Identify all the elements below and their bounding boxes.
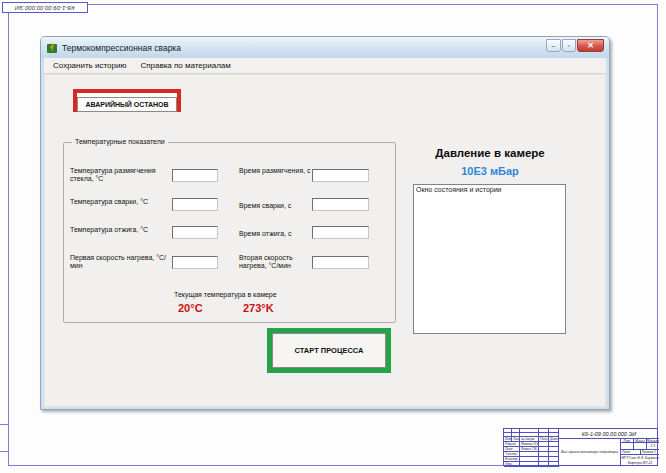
groupbox-title: Температурные показатели — [72, 138, 168, 145]
window-controls: – ▫ ✕ — [546, 39, 604, 52]
lit-value — [621, 443, 634, 449]
scale-label: Масштаб — [647, 439, 659, 442]
status-history-box[interactable]: Окно состояния и истории — [413, 184, 566, 334]
first-heating-rate-input[interactable] — [172, 256, 218, 269]
organization-line1: МГТУ им. Н.Э. Баумана — [621, 456, 659, 460]
menu-materials-help[interactable]: Справка по материалам — [133, 59, 237, 72]
drawing-sheet: К6-1-09.00.00.000 ЭИ Термокомпрессионная… — [0, 0, 666, 473]
menu-save-history[interactable]: Сохранить историю — [46, 59, 133, 72]
title-block: Изм. Лист № докум. Подп. Дата Разраб. Ма… — [503, 428, 658, 466]
current-temp-label: Текущая температура в камере — [174, 291, 277, 298]
minimize-button[interactable]: – — [546, 39, 561, 52]
tb-row-label: Утв. — [504, 462, 520, 467]
annealing-time-label: Время отжига, с — [239, 230, 311, 238]
annealing-temp-input[interactable] — [172, 226, 218, 239]
pressure-title: Давление в камере — [420, 147, 560, 159]
annealing-time-input[interactable] — [312, 226, 369, 239]
drawing-designation: К6-1-09.00.00.000 ЭИ — [559, 429, 659, 439]
title-block-signatures: Изм. Лист № докум. Подп. Дата Разраб. Ма… — [504, 429, 559, 465]
organization-line2: Кафедра МТ-11 — [621, 461, 659, 465]
tb-row-name — [520, 462, 539, 467]
pressure-value: 10Е3 мБар — [420, 165, 560, 177]
welding-time-label: Время сварки, с — [239, 202, 311, 210]
softening-time-label: Время размягчения, с — [239, 167, 311, 175]
scale-value: 1:1 — [647, 443, 659, 449]
document-title: Вид экрана монитора оператора — [559, 439, 621, 465]
param-row: Первая скорость нагрева, °С/мин Вторая с… — [64, 254, 395, 274]
emergency-stop-button[interactable]: АВАРИЙНЫЙ ОСТАНОВ — [77, 97, 177, 112]
organization: МГТУ им. Н.Э. Баумана Кафедра МТ-11 — [621, 455, 659, 465]
mass-label: Масса — [634, 439, 647, 442]
corner-designation-box: К6-1-09.00.00.000 ЭИ — [2, 2, 88, 13]
welding-temp-label: Температура сварки, °С — [70, 198, 172, 206]
param-row: Температура размягчения стекла, °С Время… — [64, 167, 395, 187]
temperature-groupbox: Температурные показатели Температура раз… — [63, 142, 396, 323]
maximize-button[interactable]: ▫ — [562, 39, 576, 52]
frame-tick — [0, 424, 8, 425]
current-temp-celsius: 20°C — [178, 302, 203, 314]
client-area: АВАРИЙНЫЙ ОСТАНОВ Температурные показате… — [44, 74, 606, 407]
lit-label: Лит. — [621, 439, 634, 442]
corner-designation-text: К6-1-09.00.00.000 ЭИ — [15, 5, 74, 11]
annealing-temp-label: Температура отжига, °С — [70, 226, 172, 234]
softening-temp-label: Температура размягчения стекла, °С — [70, 167, 172, 184]
param-row: Температура сварки, °С Время сварки, с — [64, 198, 395, 218]
titlebar[interactable]: Термокомпрессионная сварка – ▫ ✕ — [41, 37, 609, 58]
frame-tick — [0, 451, 8, 452]
param-row: Температура отжига, °С Время отжига, с — [64, 226, 395, 246]
second-heating-rate-input[interactable] — [312, 256, 369, 269]
title-block-right: К6-1-09.00.00.000 ЭИ Вид экрана монитора… — [559, 429, 659, 465]
tb-cell — [539, 462, 549, 467]
app-icon — [46, 42, 58, 54]
current-temp-kelvin: 273°K — [243, 302, 274, 314]
welding-temp-input[interactable] — [172, 198, 218, 211]
second-heating-rate-label: Вторая скорость нагрева, °С/мин — [239, 254, 311, 271]
close-button[interactable]: ✕ — [577, 39, 604, 52]
softening-time-input[interactable] — [312, 169, 369, 182]
start-process-button[interactable]: СТАРТ ПРОЦЕССА — [272, 333, 386, 368]
first-heating-rate-label: Первая скорость нагрева, °С/мин — [70, 254, 172, 271]
softening-temp-input[interactable] — [172, 169, 218, 182]
mass-value — [634, 443, 647, 449]
window-title: Термокомпрессионная сварка — [62, 43, 546, 53]
sheets-count: Листов 1 — [641, 450, 660, 454]
start-process-highlight: СТАРТ ПРОЦЕССА — [267, 328, 391, 373]
app-window: Термокомпрессионная сварка – ▫ ✕ Сохрани… — [40, 36, 610, 410]
title-block-scale-col: Лит. Масса Масштаб 1:1 Лист Листов 1 — [621, 439, 659, 465]
sheet-label: Лист — [621, 450, 641, 454]
menubar: Сохранить историю Справка по материалам — [44, 58, 606, 74]
emergency-stop-highlight: АВАРИЙНЫЙ ОСТАНОВ — [73, 89, 181, 112]
tb-cell — [549, 462, 559, 467]
welding-time-input[interactable] — [312, 198, 369, 211]
